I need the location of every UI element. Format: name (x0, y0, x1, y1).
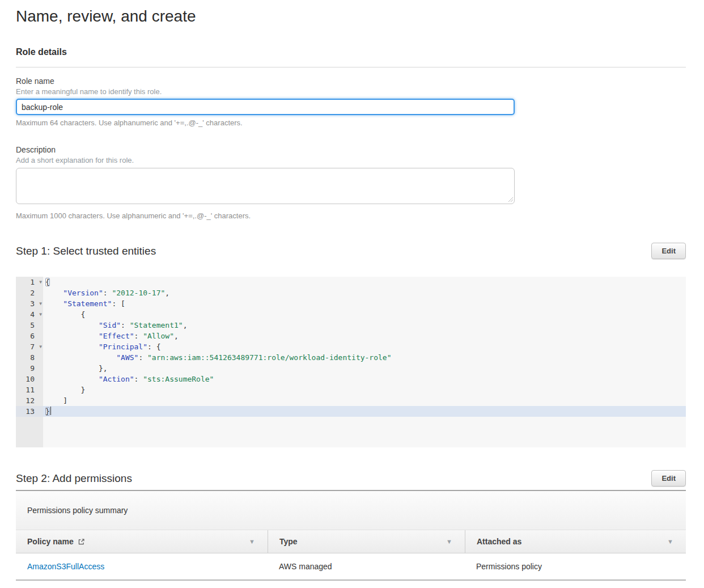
description-label: Description (16, 145, 686, 155)
sort-dropdown-icon[interactable]: ▼ (446, 538, 452, 545)
type-column-label: Type (279, 537, 298, 546)
permissions-panel-title: Permissions policy summary (16, 491, 686, 530)
fold-caret-icon[interactable]: ▼ (39, 341, 42, 352)
step2-edit-button[interactable]: Edit (651, 470, 686, 487)
role-name-input[interactable] (16, 99, 515, 115)
policy-type-cell: AWS managed (268, 562, 465, 571)
policy-name-column-label: Policy name (27, 537, 74, 546)
line-number: 1▼ (16, 277, 43, 287)
line-number: 4▼ (16, 309, 43, 320)
code-line: "AWS": "arn:aws:iam::541263489771:role/w… (45, 352, 686, 363)
role-details-heading: Role details (16, 46, 686, 57)
line-number: 11 (16, 384, 43, 395)
description-textarea[interactable] (16, 168, 515, 204)
step1-edit-button[interactable]: Edit (651, 243, 686, 259)
table-row: AmazonS3FullAccess AWS managed Permissio… (16, 553, 686, 581)
editor-gutter: 1▼23▼4▼567▼8910111213 (16, 277, 43, 447)
role-name-help: Enter a meaningful name to identify this… (16, 87, 686, 96)
code-line: "Statement": [ (45, 298, 686, 309)
fold-caret-icon[interactable]: ▼ (39, 277, 42, 287)
column-header-attached-as[interactable]: Attached as ▼ (465, 530, 686, 553)
column-header-type[interactable]: Type ▼ (268, 530, 465, 553)
fold-caret-icon[interactable]: ▼ (39, 298, 42, 309)
line-number: 12 (16, 395, 43, 406)
line-number: 9 (16, 363, 43, 374)
step1-heading: Step 1: Select trusted entities (16, 244, 156, 258)
step2-header: Step 2: Add permissions Edit (16, 470, 686, 487)
code-line: }, (45, 363, 686, 374)
attached-as-column-label: Attached as (477, 537, 521, 546)
policy-table-header: Policy name ▼ Type ▼ Attached as ▼ (16, 530, 686, 553)
step2-heading: Step 2: Add permissions (16, 472, 132, 485)
code-line: { (45, 277, 686, 287)
code-line: ] (45, 395, 686, 406)
line-number: 2 (16, 287, 43, 298)
policy-attached-as-cell: Permissions policy (465, 562, 686, 571)
line-number: 13 (16, 406, 43, 417)
sort-dropdown-icon[interactable]: ▼ (667, 538, 673, 545)
sort-dropdown-icon[interactable]: ▼ (249, 538, 255, 545)
code-line: "Effect": "Allow", (45, 331, 686, 341)
trust-policy-editor[interactable]: 1▼23▼4▼567▼8910111213 { "Version": "2012… (16, 277, 686, 447)
role-name-constraint: Maximum 64 characters. Use alphanumeric … (16, 119, 686, 127)
line-number: 5 (16, 320, 43, 331)
divider (16, 67, 686, 67)
permissions-panel: Permissions policy summary Policy name ▼… (16, 490, 686, 581)
fold-caret-icon[interactable]: ▼ (39, 309, 42, 320)
role-name-label: Role name (16, 77, 686, 86)
code-line: "Sid": "Statement1", (45, 320, 686, 331)
code-line: "Version": "2012-10-17", (45, 287, 686, 298)
text-cursor (50, 407, 51, 415)
external-link-icon (78, 538, 85, 545)
code-line: "Principal": { (45, 341, 686, 352)
create-role-review-page: Name, review, and create Role details Ro… (0, 0, 704, 581)
line-number: 10 (16, 374, 43, 384)
code-line: { (45, 309, 686, 320)
line-number: 8 (16, 352, 43, 363)
line-number: 3▼ (16, 298, 43, 309)
editor-code[interactable]: { "Version": "2012-10-17", "Statement": … (43, 277, 686, 447)
step1-header: Step 1: Select trusted entities Edit (16, 243, 686, 259)
column-header-policy-name[interactable]: Policy name ▼ (16, 530, 268, 553)
code-line: } (45, 384, 686, 395)
description-help: Add a short explanation for this role. (16, 156, 686, 164)
policy-link[interactable]: AmazonS3FullAccess (27, 562, 104, 571)
description-constraint: Maximum 1000 characters. Use alphanumeri… (16, 211, 686, 220)
code-line: "Action": "sts:AssumeRole" (45, 374, 686, 384)
line-number: 6 (16, 331, 43, 341)
line-number: 7▼ (16, 341, 43, 352)
code-line: } (43, 406, 686, 417)
page-title: Name, review, and create (16, 7, 686, 26)
